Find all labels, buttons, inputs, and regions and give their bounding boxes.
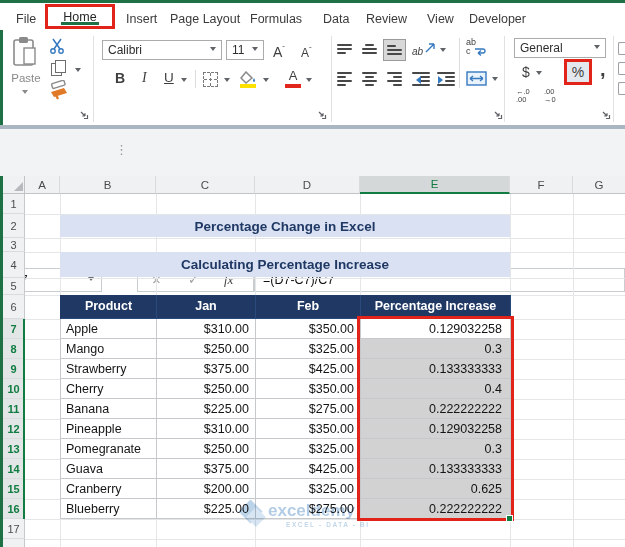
font-size-select[interactable]: 11 [226,40,264,60]
cell-c8[interactable]: $250.00 [157,339,256,359]
cell-b14[interactable]: Guava [61,459,157,479]
cell-c10[interactable]: $250.00 [157,379,256,399]
row-header-4[interactable]: 4 [3,252,25,278]
cell-b8[interactable]: Mango [61,339,157,359]
row-header-10-selected[interactable]: 10 [3,379,25,399]
column-header-g[interactable]: G [573,176,625,194]
fill-color-button[interactable] [240,70,258,88]
decrease-decimal-button[interactable]: .00 →0 [544,88,568,106]
header-cell-jan[interactable]: Jan [157,295,256,319]
cell-c12[interactable]: $310.00 [157,419,256,439]
italic-button[interactable]: I [142,71,147,85]
align-top-button[interactable] [337,44,352,54]
cell-d8[interactable]: $325.00 [256,339,361,359]
tab-insert[interactable]: Insert [126,12,157,26]
tab-page-layout[interactable]: Page Layout [170,12,240,26]
row-header-2[interactable]: 2 [3,214,25,238]
decrease-indent-button[interactable] [412,72,430,86]
cell-d12[interactable]: $350.00 [256,419,361,439]
number-dialog-launcher[interactable] [601,110,611,120]
underline-dropdown-icon[interactable] [181,78,187,85]
merge-center-dropdown-icon[interactable] [492,77,498,84]
alignment-dialog-launcher[interactable] [493,110,503,120]
align-center-button[interactable] [362,72,377,86]
cell-c7[interactable]: $310.00 [157,319,256,339]
row-header-14-selected[interactable]: 14 [3,459,25,479]
copy-button[interactable] [51,60,67,78]
cell-d13[interactable]: $325.00 [256,439,361,459]
cell-d9[interactable]: $425.00 [256,359,361,379]
font-name-select[interactable]: Calibri [102,40,222,60]
tab-view[interactable]: View [427,12,454,26]
copy-dropdown-icon[interactable] [75,68,81,75]
wrap-text-button[interactable]: ab c [466,38,490,62]
font-color-button[interactable]: A [284,68,302,88]
row-header-18-partial[interactable] [3,539,25,547]
orientation-button[interactable]: ab [412,41,438,59]
orientation-dropdown-icon[interactable] [440,48,446,55]
fill-handle[interactable] [506,515,513,522]
title-sub-cell[interactable]: Calculating Percentage Increase [60,252,510,277]
percent-style-button[interactable]: % [567,62,589,82]
grow-font-button[interactable]: Aˆ [273,42,285,59]
comma-style-button[interactable]: , [600,62,606,76]
bold-button[interactable]: B [115,71,125,85]
cell-d7[interactable]: $350.00 [256,319,361,339]
number-format-select[interactable]: General [514,38,606,58]
cell-b11[interactable]: Banana [61,399,157,419]
row-header-17[interactable]: 17 [3,519,25,539]
cell-b13[interactable]: Pomegranate [61,439,157,459]
cell-c15[interactable]: $200.00 [157,479,256,499]
column-header-b[interactable]: B [60,176,156,194]
row-header-3[interactable]: 3 [3,238,25,252]
merge-center-button[interactable] [466,71,487,86]
cell-d10[interactable]: $350.00 [256,379,361,399]
column-header-c[interactable]: C [156,176,255,194]
accounting-dropdown-icon[interactable] [536,71,542,78]
cell-c14[interactable]: $375.00 [157,459,256,479]
tab-formulas[interactable]: Formulas [250,12,302,26]
underline-button[interactable]: U [164,71,174,85]
row-header-15-selected[interactable]: 15 [3,479,25,499]
row-header-1[interactable]: 1 [3,194,25,214]
header-cell-product[interactable]: Product [61,295,157,319]
accounting-format-button[interactable]: $ [522,65,530,79]
font-dialog-launcher[interactable] [317,110,327,120]
row-header-6[interactable]: 6 [3,295,25,319]
row-header-5[interactable]: 5 [3,278,25,295]
clipboard-dialog-launcher[interactable] [79,110,89,120]
align-middle-button[interactable] [362,44,377,54]
formula-bar-grip-icon[interactable]: ⋮ [115,142,128,157]
row-header-9-selected[interactable]: 9 [3,359,25,379]
cell-b15[interactable]: Cranberry [61,479,157,499]
cell-c13[interactable]: $250.00 [157,439,256,459]
cell-b7[interactable]: Apple [61,319,157,339]
column-header-e-selected[interactable]: E [360,176,510,194]
row-header-12-selected[interactable]: 12 [3,419,25,439]
tab-data[interactable]: Data [323,12,349,26]
font-color-dropdown-icon[interactable] [306,78,312,85]
header-cell-feb[interactable]: Feb [256,295,361,319]
cell-b10[interactable]: Cherry [61,379,157,399]
format-painter-button[interactable] [48,80,70,100]
cell-b16[interactable]: Blueberry [61,499,157,519]
title-main-cell[interactable]: Percentage Change in Excel [60,215,510,237]
cut-button[interactable] [49,38,67,54]
fill-color-dropdown-icon[interactable] [263,78,269,85]
tab-review[interactable]: Review [366,12,407,26]
tab-developer[interactable]: Developer [469,12,526,26]
row-header-13-selected[interactable]: 13 [3,439,25,459]
cell-d11[interactable]: $275.00 [256,399,361,419]
borders-dropdown-icon[interactable] [224,78,230,85]
row-header-7-selected[interactable]: 7 [3,319,25,339]
row-header-16-selected[interactable]: 16 [3,499,25,519]
paste-button[interactable]: Paste [11,36,41,92]
tab-file[interactable]: File [16,12,36,26]
column-header-a[interactable]: A [25,176,60,194]
cell-b9[interactable]: Strawberry [61,359,157,379]
paste-dropdown-icon[interactable] [22,90,28,97]
increase-indent-button[interactable] [437,72,455,86]
increase-decimal-button[interactable]: ←.0 .00 [516,88,540,106]
shrink-font-button[interactable]: Aˇ [301,43,312,60]
cell-d14[interactable]: $425.00 [256,459,361,479]
